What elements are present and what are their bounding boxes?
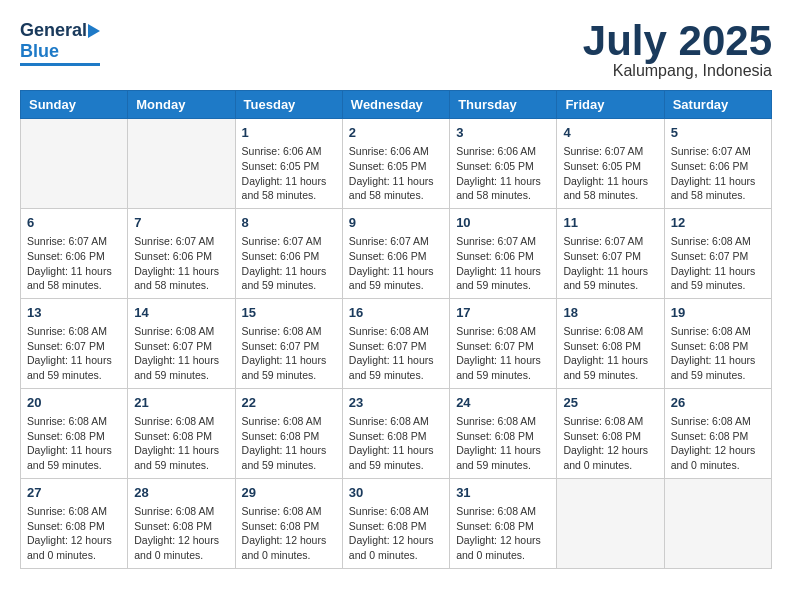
calendar-cell: 22Sunrise: 6:08 AM Sunset: 6:08 PM Dayli… bbox=[235, 388, 342, 478]
calendar-day-header: Wednesday bbox=[342, 91, 449, 119]
day-number: 21 bbox=[134, 394, 228, 412]
calendar-cell: 4Sunrise: 6:07 AM Sunset: 6:05 PM Daylig… bbox=[557, 119, 664, 209]
day-number: 1 bbox=[242, 124, 336, 142]
calendar-cell: 12Sunrise: 6:08 AM Sunset: 6:07 PM Dayli… bbox=[664, 208, 771, 298]
day-info: Sunrise: 6:08 AM Sunset: 6:08 PM Dayligh… bbox=[242, 414, 336, 473]
logo-general: General bbox=[20, 20, 87, 41]
calendar-cell: 25Sunrise: 6:08 AM Sunset: 6:08 PM Dayli… bbox=[557, 388, 664, 478]
calendar-cell: 15Sunrise: 6:08 AM Sunset: 6:07 PM Dayli… bbox=[235, 298, 342, 388]
day-info: Sunrise: 6:07 AM Sunset: 6:06 PM Dayligh… bbox=[349, 234, 443, 293]
day-info: Sunrise: 6:08 AM Sunset: 6:08 PM Dayligh… bbox=[27, 504, 121, 563]
calendar-cell: 1Sunrise: 6:06 AM Sunset: 6:05 PM Daylig… bbox=[235, 119, 342, 209]
calendar-day-header: Thursday bbox=[450, 91, 557, 119]
title-area: July 2025 Kalumpang, Indonesia bbox=[583, 20, 772, 80]
day-number: 17 bbox=[456, 304, 550, 322]
day-number: 4 bbox=[563, 124, 657, 142]
day-number: 20 bbox=[27, 394, 121, 412]
day-number: 3 bbox=[456, 124, 550, 142]
day-number: 14 bbox=[134, 304, 228, 322]
calendar-cell: 3Sunrise: 6:06 AM Sunset: 6:05 PM Daylig… bbox=[450, 119, 557, 209]
day-number: 30 bbox=[349, 484, 443, 502]
calendar-cell: 24Sunrise: 6:08 AM Sunset: 6:08 PM Dayli… bbox=[450, 388, 557, 478]
calendar-cell: 10Sunrise: 6:07 AM Sunset: 6:06 PM Dayli… bbox=[450, 208, 557, 298]
calendar-day-header: Tuesday bbox=[235, 91, 342, 119]
calendar-day-header: Saturday bbox=[664, 91, 771, 119]
calendar-cell: 31Sunrise: 6:08 AM Sunset: 6:08 PM Dayli… bbox=[450, 478, 557, 568]
day-info: Sunrise: 6:07 AM Sunset: 6:06 PM Dayligh… bbox=[134, 234, 228, 293]
calendar-cell: 27Sunrise: 6:08 AM Sunset: 6:08 PM Dayli… bbox=[21, 478, 128, 568]
logo: General Blue bbox=[20, 20, 100, 66]
calendar-cell: 6Sunrise: 6:07 AM Sunset: 6:06 PM Daylig… bbox=[21, 208, 128, 298]
calendar-cell: 7Sunrise: 6:07 AM Sunset: 6:06 PM Daylig… bbox=[128, 208, 235, 298]
calendar-cell: 13Sunrise: 6:08 AM Sunset: 6:07 PM Dayli… bbox=[21, 298, 128, 388]
calendar-cell: 9Sunrise: 6:07 AM Sunset: 6:06 PM Daylig… bbox=[342, 208, 449, 298]
calendar-cell: 5Sunrise: 6:07 AM Sunset: 6:06 PM Daylig… bbox=[664, 119, 771, 209]
calendar-day-header: Sunday bbox=[21, 91, 128, 119]
page-header: General Blue July 2025 Kalumpang, Indone… bbox=[20, 20, 772, 80]
day-info: Sunrise: 6:07 AM Sunset: 6:06 PM Dayligh… bbox=[27, 234, 121, 293]
calendar-cell: 16Sunrise: 6:08 AM Sunset: 6:07 PM Dayli… bbox=[342, 298, 449, 388]
day-number: 9 bbox=[349, 214, 443, 232]
day-info: Sunrise: 6:06 AM Sunset: 6:05 PM Dayligh… bbox=[349, 144, 443, 203]
day-info: Sunrise: 6:06 AM Sunset: 6:05 PM Dayligh… bbox=[242, 144, 336, 203]
day-info: Sunrise: 6:07 AM Sunset: 6:07 PM Dayligh… bbox=[563, 234, 657, 293]
calendar-cell: 28Sunrise: 6:08 AM Sunset: 6:08 PM Dayli… bbox=[128, 478, 235, 568]
day-info: Sunrise: 6:08 AM Sunset: 6:07 PM Dayligh… bbox=[671, 234, 765, 293]
day-info: Sunrise: 6:08 AM Sunset: 6:07 PM Dayligh… bbox=[456, 324, 550, 383]
day-number: 7 bbox=[134, 214, 228, 232]
day-info: Sunrise: 6:08 AM Sunset: 6:08 PM Dayligh… bbox=[563, 414, 657, 473]
calendar-cell bbox=[557, 478, 664, 568]
day-info: Sunrise: 6:08 AM Sunset: 6:08 PM Dayligh… bbox=[349, 504, 443, 563]
day-info: Sunrise: 6:08 AM Sunset: 6:08 PM Dayligh… bbox=[349, 414, 443, 473]
calendar-cell bbox=[664, 478, 771, 568]
day-number: 10 bbox=[456, 214, 550, 232]
calendar-cell: 18Sunrise: 6:08 AM Sunset: 6:08 PM Dayli… bbox=[557, 298, 664, 388]
day-info: Sunrise: 6:08 AM Sunset: 6:08 PM Dayligh… bbox=[671, 414, 765, 473]
day-info: Sunrise: 6:08 AM Sunset: 6:07 PM Dayligh… bbox=[27, 324, 121, 383]
day-info: Sunrise: 6:08 AM Sunset: 6:08 PM Dayligh… bbox=[242, 504, 336, 563]
logo-underline bbox=[20, 63, 100, 66]
logo-blue: Blue bbox=[20, 41, 59, 62]
logo-triangle-icon bbox=[88, 24, 100, 38]
calendar-cell bbox=[21, 119, 128, 209]
day-number: 16 bbox=[349, 304, 443, 322]
calendar-day-header: Friday bbox=[557, 91, 664, 119]
day-number: 28 bbox=[134, 484, 228, 502]
day-number: 15 bbox=[242, 304, 336, 322]
calendar-week-row: 13Sunrise: 6:08 AM Sunset: 6:07 PM Dayli… bbox=[21, 298, 772, 388]
day-info: Sunrise: 6:07 AM Sunset: 6:05 PM Dayligh… bbox=[563, 144, 657, 203]
day-info: Sunrise: 6:08 AM Sunset: 6:08 PM Dayligh… bbox=[134, 414, 228, 473]
day-number: 11 bbox=[563, 214, 657, 232]
location: Kalumpang, Indonesia bbox=[583, 62, 772, 80]
calendar-cell: 14Sunrise: 6:08 AM Sunset: 6:07 PM Dayli… bbox=[128, 298, 235, 388]
calendar-cell: 11Sunrise: 6:07 AM Sunset: 6:07 PM Dayli… bbox=[557, 208, 664, 298]
day-number: 8 bbox=[242, 214, 336, 232]
calendar-week-row: 6Sunrise: 6:07 AM Sunset: 6:06 PM Daylig… bbox=[21, 208, 772, 298]
day-info: Sunrise: 6:08 AM Sunset: 6:08 PM Dayligh… bbox=[456, 504, 550, 563]
day-number: 6 bbox=[27, 214, 121, 232]
calendar-table: SundayMondayTuesdayWednesdayThursdayFrid… bbox=[20, 90, 772, 569]
day-info: Sunrise: 6:07 AM Sunset: 6:06 PM Dayligh… bbox=[456, 234, 550, 293]
day-info: Sunrise: 6:08 AM Sunset: 6:08 PM Dayligh… bbox=[134, 504, 228, 563]
calendar-week-row: 27Sunrise: 6:08 AM Sunset: 6:08 PM Dayli… bbox=[21, 478, 772, 568]
calendar-cell: 30Sunrise: 6:08 AM Sunset: 6:08 PM Dayli… bbox=[342, 478, 449, 568]
calendar-cell: 23Sunrise: 6:08 AM Sunset: 6:08 PM Dayli… bbox=[342, 388, 449, 478]
day-number: 5 bbox=[671, 124, 765, 142]
day-info: Sunrise: 6:07 AM Sunset: 6:06 PM Dayligh… bbox=[242, 234, 336, 293]
day-number: 22 bbox=[242, 394, 336, 412]
day-info: Sunrise: 6:07 AM Sunset: 6:06 PM Dayligh… bbox=[671, 144, 765, 203]
month-title: July 2025 bbox=[583, 20, 772, 62]
calendar-cell: 8Sunrise: 6:07 AM Sunset: 6:06 PM Daylig… bbox=[235, 208, 342, 298]
day-number: 19 bbox=[671, 304, 765, 322]
calendar-week-row: 20Sunrise: 6:08 AM Sunset: 6:08 PM Dayli… bbox=[21, 388, 772, 478]
day-number: 26 bbox=[671, 394, 765, 412]
day-number: 25 bbox=[563, 394, 657, 412]
calendar-header-row: SundayMondayTuesdayWednesdayThursdayFrid… bbox=[21, 91, 772, 119]
calendar-cell: 21Sunrise: 6:08 AM Sunset: 6:08 PM Dayli… bbox=[128, 388, 235, 478]
calendar-cell: 2Sunrise: 6:06 AM Sunset: 6:05 PM Daylig… bbox=[342, 119, 449, 209]
day-number: 27 bbox=[27, 484, 121, 502]
day-number: 2 bbox=[349, 124, 443, 142]
day-info: Sunrise: 6:08 AM Sunset: 6:08 PM Dayligh… bbox=[671, 324, 765, 383]
day-number: 29 bbox=[242, 484, 336, 502]
calendar-cell: 29Sunrise: 6:08 AM Sunset: 6:08 PM Dayli… bbox=[235, 478, 342, 568]
